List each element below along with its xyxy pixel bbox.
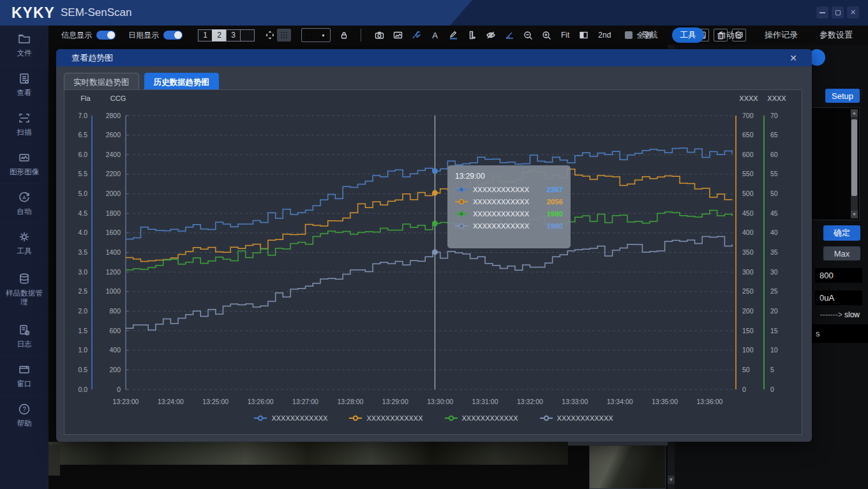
svg-text:600: 600 <box>742 151 754 158</box>
scroll-up-icon[interactable]: ▲ <box>851 109 858 117</box>
svg-text:600: 600 <box>109 327 121 335</box>
sidebar-item-scan[interactable]: 扫描 <box>0 105 49 144</box>
lock-button[interactable] <box>340 31 348 40</box>
hide-annotations-button[interactable] <box>486 31 496 40</box>
draw-button[interactable] <box>449 31 458 40</box>
minimize-button[interactable] <box>816 6 828 19</box>
application-window: KYKY SEM-SenScan ✕ 文件 查看 扫描 图形图像 A 自动 <box>0 0 868 489</box>
svg-text:0: 0 <box>117 386 121 393</box>
dotted-grid-icon <box>280 31 288 40</box>
split-view-button[interactable] <box>579 31 588 40</box>
expand-arrows-button[interactable] <box>263 29 277 41</box>
date-display-label: 日期显示 <box>128 30 159 41</box>
menu-item-operation-log[interactable]: 操作记录 <box>757 27 805 43</box>
legend-marker-icon <box>445 415 458 421</box>
angle-measure-button[interactable] <box>505 31 514 40</box>
info-display-label: 信息显示 <box>61 30 92 41</box>
svg-text:A: A <box>432 31 438 40</box>
svg-text:13:31:00: 13:31:00 <box>472 398 498 405</box>
sidebar-item-image[interactable]: 图形图像 <box>0 144 49 184</box>
dotted-grid-button[interactable] <box>277 29 291 41</box>
sidebar-item-auto[interactable]: A 自动 <box>0 184 49 223</box>
view-button-1[interactable]: 1 <box>198 29 213 41</box>
svg-text:5.0: 5.0 <box>78 190 87 197</box>
setup-button[interactable]: Setup <box>825 89 860 103</box>
tools-button[interactable] <box>412 31 421 40</box>
menu-item-navigation[interactable]: 导航 <box>634 27 666 43</box>
value-input[interactable] <box>815 268 862 283</box>
legend-marker-icon <box>349 415 362 421</box>
sem-image-fragment <box>49 445 60 476</box>
svg-text:13:34:00: 13:34:00 <box>607 398 633 405</box>
gallery-button[interactable] <box>393 31 403 40</box>
dialog-close-icon[interactable]: ✕ <box>788 52 799 64</box>
close-icon: ✕ <box>850 8 856 17</box>
maximize-button[interactable] <box>832 6 844 19</box>
max-button[interactable]: Max <box>823 246 860 260</box>
svg-text:55: 55 <box>770 170 778 177</box>
date-display-toggle[interactable] <box>163 31 183 40</box>
svg-text:7.0: 7.0 <box>78 112 87 119</box>
select-all-checkbox[interactable] <box>625 31 632 39</box>
text-a-icon: A <box>430 31 440 40</box>
series-marker-icon <box>455 186 468 193</box>
sidebar-item-view[interactable]: 查看 <box>0 65 49 105</box>
sidebar-item-window[interactable]: 窗口 <box>0 356 49 396</box>
svg-text:65: 65 <box>770 131 778 139</box>
zoom-in-button[interactable] <box>542 31 551 40</box>
legend-item[interactable]: XXXXXXXXXXXX <box>254 414 327 422</box>
tooltip-row: XXXXXXXXXXXX1980 <box>455 222 563 230</box>
svg-text:700: 700 <box>742 112 754 119</box>
chart-legend: XXXXXXXXXXXX XXXXXXXXXXXX XXXXXXXXXXXX X… <box>64 414 803 422</box>
lock-icon <box>340 31 348 40</box>
confirm-button[interactable]: 确定 <box>823 225 860 241</box>
view-button-2[interactable]: 2 <box>212 29 227 41</box>
svg-text:13:25:00: 13:25:00 <box>202 398 228 405</box>
view-button-4[interactable] <box>240 29 255 41</box>
sidebar-item-help[interactable]: ? 帮助 <box>0 396 49 435</box>
legend-item[interactable]: XXXXXXXXXXXX <box>445 414 518 422</box>
angle-icon <box>505 31 514 40</box>
trend-chart-svg[interactable]: 7.02800700706.52600650656.02400600605.52… <box>64 90 802 413</box>
scroll-down-icon[interactable]: ▼ <box>851 211 858 218</box>
scroll-down-icon[interactable]: ▼ <box>668 476 675 484</box>
sidebar-item-sample-data[interactable]: 样品数据管理 <box>0 263 49 317</box>
expand-arrows-icon <box>266 31 274 40</box>
partial-text-input[interactable] <box>811 324 868 343</box>
listbox-scrollbar[interactable]: ▲ ▼ <box>851 109 858 218</box>
svg-text:25: 25 <box>770 287 778 295</box>
minimize-icon <box>819 12 825 13</box>
fit-button[interactable]: Fit <box>561 31 569 40</box>
menu-item-tools[interactable]: 工具 <box>672 27 704 43</box>
current-input[interactable] <box>815 290 862 305</box>
view-button-3[interactable]: 3 <box>226 29 241 41</box>
legend-item[interactable]: XXXXXXXXXXXX <box>540 414 613 422</box>
info-display-toggle[interactable] <box>96 31 116 40</box>
svg-text:550: 550 <box>742 170 754 177</box>
menu-item-parameter-settings[interactable]: 参数设置 <box>812 27 860 43</box>
svg-text:1400: 1400 <box>106 248 121 256</box>
sidebar-item-tools[interactable]: 工具 <box>0 223 49 263</box>
capture-button[interactable] <box>375 31 384 40</box>
close-button[interactable]: ✕ <box>847 6 859 19</box>
series-marker-icon <box>455 199 468 205</box>
svg-text:800: 800 <box>109 307 121 315</box>
dialog-titlebar[interactable]: 查看趋势图 ✕ <box>56 49 812 66</box>
text-annotation-button[interactable]: A <box>430 31 440 40</box>
measure-button[interactable] <box>467 31 477 40</box>
sidebar-item-log[interactable]: 日志 <box>0 317 49 356</box>
svg-text:450: 450 <box>742 209 754 217</box>
svg-text:50: 50 <box>770 190 778 197</box>
scan-frame-button[interactable] <box>302 29 316 41</box>
legend-item[interactable]: XXXXXXXXXXXX <box>349 414 423 422</box>
toolbar: 信息显示 日期显示 1 2 3 <box>49 26 868 45</box>
zoom-out-button[interactable] <box>523 31 533 40</box>
menu-item-auto-stage[interactable]: 自动台 <box>710 27 751 43</box>
fullscreen-button[interactable] <box>316 29 330 41</box>
svg-text:13:24:00: 13:24:00 <box>158 398 184 405</box>
svg-text:3.5: 3.5 <box>78 248 87 256</box>
second-detector-button[interactable]: 2nd <box>598 31 611 40</box>
svg-text:1200: 1200 <box>106 268 121 276</box>
report-icon <box>18 72 31 85</box>
sidebar-item-file[interactable]: 文件 <box>0 26 49 65</box>
